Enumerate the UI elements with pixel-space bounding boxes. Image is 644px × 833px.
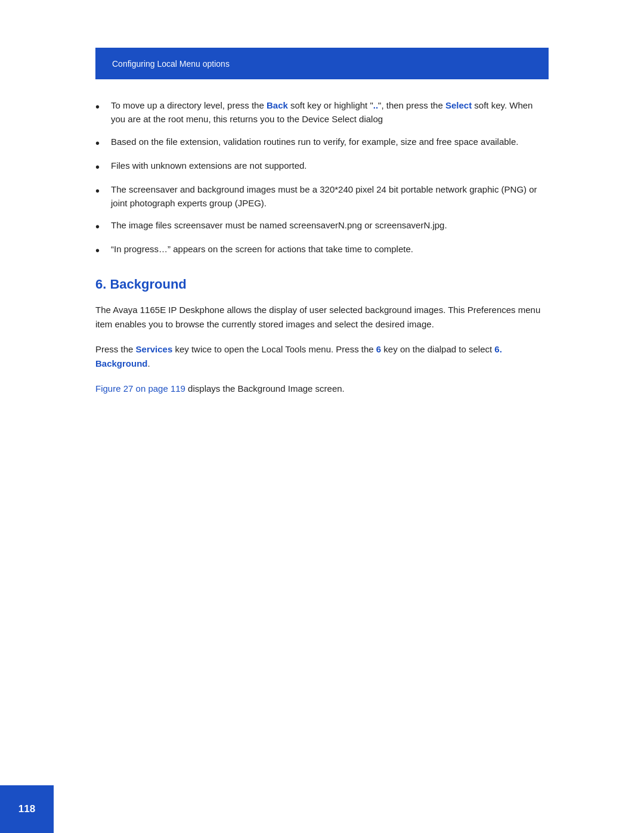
list-item: • To move up a directory level, press th… [95,98,549,126]
back-keyword: Back [267,100,288,110]
section-paragraph-2: Press the Services key twice to open the… [95,342,549,371]
list-item: • Based on the file extension, validatio… [95,135,549,150]
services-keyword: Services [136,344,173,354]
bullet-content: To move up a directory level, press the … [111,98,549,126]
bullet-list: • To move up a directory level, press th… [95,98,549,258]
list-item: • The screensaver and background images … [95,182,549,210]
bullet-dot: • [95,243,107,258]
section-heading: 6. Background [95,277,549,292]
list-item: • Files with unknown extensions are not … [95,159,549,174]
page-number-box: 118 [0,785,54,833]
list-item: • The image files screensaver must be na… [95,218,549,234]
page-container: Configuring Local Menu options • To move… [0,0,644,833]
dotdot-keyword: .. [373,100,378,110]
section-paragraph-1: The Avaya 1165E IP Deskphone allows the … [95,303,549,332]
bullet-dot: • [95,184,107,198]
list-item: • “In progress…” appears on the screen f… [95,242,549,258]
number-6-keyword: 6 [376,344,381,354]
bullet-content: The image files screensaver must be name… [111,218,549,232]
figure-link[interactable]: Figure 27 on page 119 [95,383,185,394]
bullet-dot: • [95,100,107,114]
select-keyword: Select [445,100,472,110]
bullet-dot: • [95,136,107,150]
bullet-dot: • [95,160,107,174]
bullet-content: Files with unknown extensions are not su… [111,159,549,172]
figure-link-paragraph: Figure 27 on page 119 displays the Backg… [95,382,549,396]
bullet-dot: • [95,219,107,234]
header-banner-text: Configuring Local Menu options [112,59,230,69]
bullet-content: Based on the file extension, validation … [111,135,549,148]
bullet-content: “In progress…” appears on the screen for… [111,242,549,256]
page-number: 118 [18,803,35,815]
header-banner: Configuring Local Menu options [95,48,549,79]
bullet-content: The screensaver and background images mu… [111,182,549,210]
